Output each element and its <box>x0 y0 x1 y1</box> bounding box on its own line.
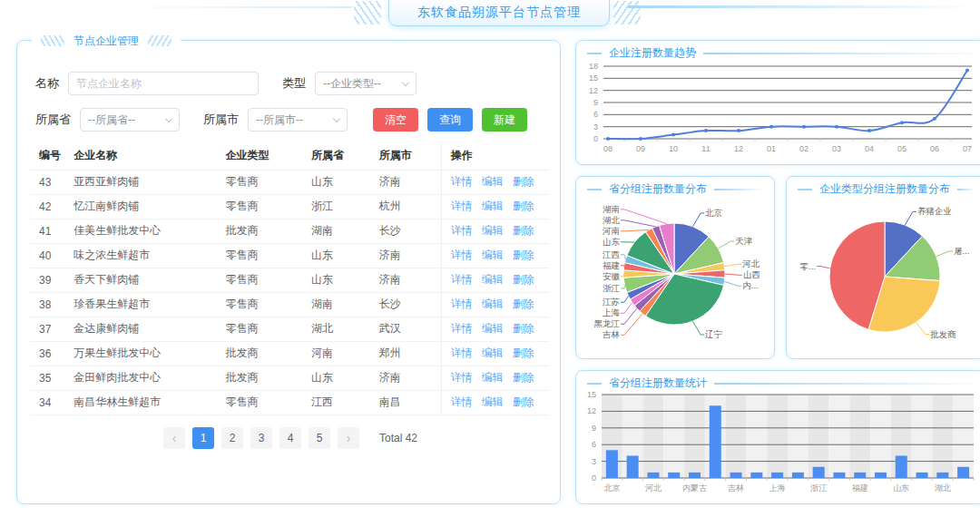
svg-text:辽宁: 辽宁 <box>704 329 722 339</box>
prev-page-button[interactable]: ‹ <box>163 427 185 449</box>
detail-link[interactable]: 详情 <box>451 395 473 408</box>
tab-stripes-icon <box>41 35 64 46</box>
type-pie-title: 企业类型分组注册数量分布 <box>819 181 950 197</box>
delete-link[interactable]: 删除 <box>513 346 534 359</box>
cell-id: 42 <box>30 194 70 219</box>
detail-link[interactable]: 详情 <box>451 175 473 188</box>
title-line-icon <box>957 189 974 190</box>
detail-link[interactable]: 详情 <box>451 298 473 310</box>
trend-chart-header: 企业注册数量趋势 <box>576 41 980 59</box>
cell-city: 长沙 <box>376 219 442 243</box>
svg-text:批发商: 批发商 <box>930 329 956 339</box>
enterprise-name-input[interactable] <box>68 72 259 95</box>
detail-link[interactable]: 详情 <box>451 200 473 212</box>
edit-link[interactable]: 编辑 <box>482 346 504 359</box>
table-row: 39香天下鲜肉铺零售商山东济南详情编辑删除 <box>30 268 549 292</box>
svg-text:0: 0 <box>592 473 596 483</box>
edit-link[interactable]: 编辑 <box>482 224 504 237</box>
table-row: 41佳美生鲜批发中心批发商湖南长沙详情编辑删除 <box>30 219 549 243</box>
table-row: 40味之浓生鲜超市零售商山东济南详情编辑删除 <box>30 243 549 268</box>
svg-text:黑龙江: 黑龙江 <box>594 318 621 328</box>
header-line-left <box>118 6 352 8</box>
delete-link[interactable]: 删除 <box>513 224 534 237</box>
edit-link[interactable]: 编辑 <box>482 395 504 408</box>
detail-link[interactable]: 详情 <box>451 346 473 359</box>
cell-province: 山东 <box>308 366 376 390</box>
header-stripes-right <box>613 1 641 24</box>
cell-id: 40 <box>30 243 70 268</box>
cell-city: 杭州 <box>376 194 442 219</box>
city-select[interactable]: --所属市-- <box>248 108 348 132</box>
edit-link[interactable]: 编辑 <box>482 273 504 286</box>
svg-text:河北: 河北 <box>645 483 662 493</box>
create-button[interactable]: 新建 <box>482 108 527 132</box>
pie-charts-row: 省分组注册数量分布 北京天津河北山西内...辽宁湖南湖北河南山东江西福建安徽浙江… <box>575 176 980 359</box>
detail-link[interactable]: 详情 <box>451 371 473 384</box>
city-value: --所属市-- <box>256 112 303 128</box>
page-button-5[interactable]: 5 <box>309 427 330 449</box>
detail-link[interactable]: 详情 <box>451 273 473 286</box>
cell-name: 亚西亚鲜肉铺 <box>70 170 221 194</box>
page-button-2[interactable]: 2 <box>221 427 243 449</box>
svg-text:湖北: 湖北 <box>603 215 621 225</box>
edit-link[interactable]: 编辑 <box>482 175 504 188</box>
delete-link[interactable]: 删除 <box>513 273 534 286</box>
svg-text:上海: 上海 <box>769 483 786 493</box>
svg-text:养猪企业: 养猪企业 <box>917 206 952 216</box>
delete-link[interactable]: 删除 <box>513 249 534 261</box>
enterprise-type-select[interactable]: --企业类型-- <box>315 72 416 95</box>
svg-text:屠...: 屠... <box>954 246 969 256</box>
svg-text:北京: 北京 <box>705 208 723 218</box>
svg-text:内...: 内... <box>742 280 758 290</box>
detail-link[interactable]: 详情 <box>451 322 473 335</box>
province-pie-header: 省分组注册数量分布 <box>576 177 774 195</box>
title-line-icon <box>587 189 602 190</box>
title-line-icon <box>587 383 602 385</box>
edit-link[interactable]: 编辑 <box>482 298 504 310</box>
cell-id: 43 <box>30 170 70 194</box>
svg-text:江西: 江西 <box>602 249 620 259</box>
edit-link[interactable]: 编辑 <box>482 322 504 335</box>
cell-id: 36 <box>30 341 70 366</box>
type-pie-panel: 企业类型分组注册数量分布 养猪企业屠...批发商零... <box>786 176 980 359</box>
cell-type: 零售商 <box>221 194 308 219</box>
edit-link[interactable]: 编辑 <box>482 371 504 384</box>
svg-text:6: 6 <box>592 440 596 449</box>
table-row: 42忆江南鲜肉铺零售商浙江杭州详情编辑删除 <box>30 194 549 219</box>
page-button-3[interactable]: 3 <box>250 427 272 449</box>
delete-link[interactable]: 删除 <box>513 322 534 335</box>
detail-link[interactable]: 详情 <box>451 249 473 261</box>
delete-link[interactable]: 删除 <box>513 200 534 212</box>
line-chart-svg: 0369121518080910111201020304050607 <box>576 59 980 159</box>
page-button-1[interactable]: 1 <box>192 427 214 449</box>
cell-name: 万果生鲜批发中心 <box>70 341 221 366</box>
next-page-button[interactable]: › <box>338 427 359 449</box>
cell-province: 湖南 <box>308 219 376 243</box>
province-select[interactable]: --所属省-- <box>80 108 180 132</box>
title-line-icon <box>714 189 763 190</box>
delete-link[interactable]: 删除 <box>513 298 534 310</box>
svg-text:北京: 北京 <box>603 483 620 493</box>
svg-text:湖北: 湖北 <box>935 483 951 493</box>
detail-link[interactable]: 详情 <box>451 224 473 237</box>
svg-text:12: 12 <box>734 144 743 153</box>
delete-link[interactable]: 删除 <box>513 371 534 384</box>
type-label: 类型 <box>282 75 306 92</box>
search-button[interactable]: 查询 <box>427 108 473 132</box>
clear-button[interactable]: 清空 <box>373 108 418 132</box>
svg-text:河南: 河南 <box>602 226 620 236</box>
type-pie-header: 企业类型分组注册数量分布 <box>787 177 980 195</box>
cell-name: 金田鲜肉批发中心 <box>70 366 221 390</box>
delete-link[interactable]: 删除 <box>513 395 534 408</box>
edit-link[interactable]: 编辑 <box>482 200 504 212</box>
svg-text:吉林: 吉林 <box>728 483 744 493</box>
province-bar-panel: 省分组注册数量统计 03691215北京河北内蒙古吉林上海浙江福建山东湖北 <box>575 370 980 504</box>
cell-actions: 详情编辑删除 <box>441 170 549 194</box>
page-button-4[interactable]: 4 <box>279 427 301 449</box>
enterprise-table: 编号 企业名称 企业类型 所属省 所属市 操作 43亚西亚鲜肉铺零售商山东济南详… <box>30 142 549 415</box>
table-row: 38珍香果生鲜超市零售商湖南长沙详情编辑删除 <box>30 292 549 317</box>
edit-link[interactable]: 编辑 <box>482 249 504 261</box>
svg-text:浙江: 浙江 <box>603 283 620 293</box>
delete-link[interactable]: 删除 <box>513 175 534 188</box>
province-pie-title: 省分组注册数量分布 <box>609 181 707 197</box>
